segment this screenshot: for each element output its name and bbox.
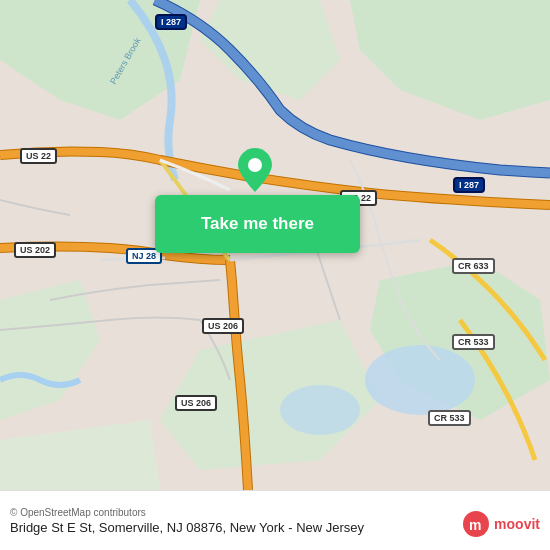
take-me-there-button[interactable]: Take me there [155,195,360,253]
osm-credit: © OpenStreetMap contributors [10,507,540,518]
route-sign-us206-2: US 206 [175,395,217,411]
svg-text:m: m [469,517,481,533]
svg-point-8 [365,345,475,415]
take-me-there-label: Take me there [201,214,314,234]
route-sign-cr533-1: CR 533 [452,334,495,350]
moovit-label: moovit [494,516,540,532]
route-sign-us202: US 202 [14,242,56,258]
route-sign-i287-2: I 287 [155,14,187,30]
bottom-bar: © OpenStreetMap contributors Bridge St E… [0,490,550,550]
route-sign-us206-1: US 206 [202,318,244,334]
map-container: Peters Brook [0,0,550,490]
address-line: Bridge St E St, Somerville, NJ 08876, Ne… [10,520,364,535]
route-sign-cr633: CR 633 [452,258,495,274]
moovit-logo: m moovit [462,510,540,538]
route-sign-us22-1: US 22 [20,148,57,164]
route-sign-i287-1: I 287 [453,177,485,193]
svg-point-9 [280,385,360,435]
route-sign-cr533-2: CR 533 [428,410,471,426]
map-pin [238,148,272,190]
svg-point-11 [248,158,262,172]
